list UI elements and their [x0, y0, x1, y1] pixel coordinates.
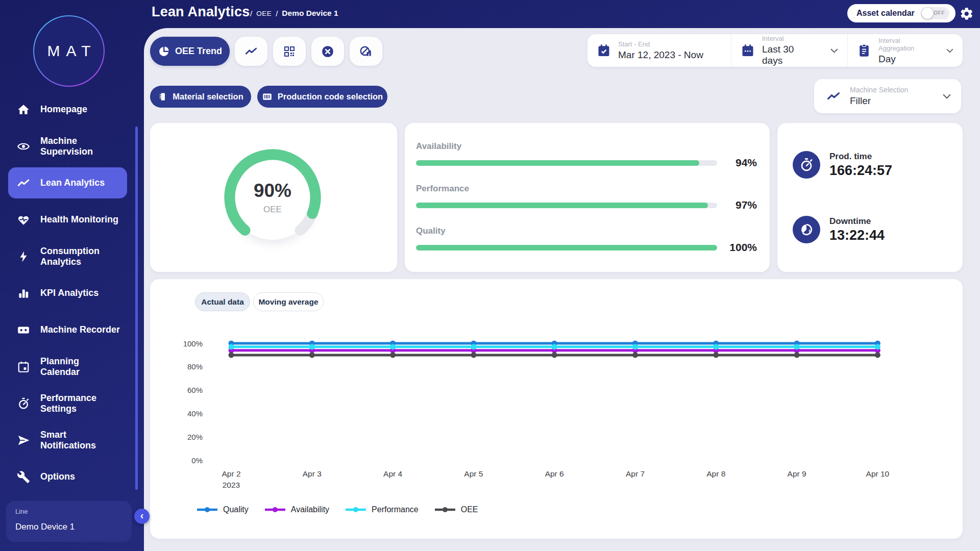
- apq-bars-card: Availability 94% Performance 97% Quality…: [405, 123, 770, 272]
- aggregation-dropdown[interactable]: Interval Aggregation Day: [847, 34, 963, 67]
- sidebar-item-homepage[interactable]: Homepage: [0, 91, 144, 128]
- start-end-value: Mar 12, 2023 - Now: [618, 49, 703, 61]
- paper-plane-icon: [17, 434, 30, 447]
- performance-percent: 97%: [724, 199, 757, 211]
- availability-bar-block: Availability 94%: [416, 141, 757, 169]
- breadcrumb-device[interactable]: Demo Device 1: [282, 9, 338, 18]
- pie-chart-icon: [158, 45, 170, 58]
- interval-value: Last 30 days: [762, 44, 816, 66]
- breadcrumb-separator: /: [250, 9, 252, 18]
- tab-trend-view[interactable]: [235, 37, 267, 66]
- tab-pareto-view[interactable]: [350, 37, 382, 66]
- legend-item-performance[interactable]: Performance: [345, 505, 419, 514]
- sidebar-item-kpi-analytics[interactable]: KPI Analytics: [0, 275, 144, 312]
- legend-item-oee[interactable]: OEE: [434, 505, 478, 514]
- sidebar-item-label: Planning Calendar: [40, 356, 132, 378]
- svg-text:Apr 6: Apr 6: [545, 469, 564, 478]
- date-filter-card: Start - End Mar 12, 2023 - Now Interval …: [587, 34, 963, 67]
- oee-gauge-label: OEE: [219, 205, 326, 215]
- asset-calendar-switch[interactable]: OFF: [921, 7, 949, 19]
- production-code-selection-label: Production code selection: [278, 92, 383, 102]
- svg-text:Apr 10: Apr 10: [866, 469, 890, 478]
- legend-label: OEE: [461, 505, 478, 514]
- svg-text:Apr 4: Apr 4: [383, 469, 402, 478]
- cassette-icon: [17, 323, 30, 337]
- tab-oee-trend[interactable]: OEE Trend: [150, 37, 230, 66]
- start-end-label: Start - End: [618, 40, 703, 48]
- performance-bar-block: Performance 97%: [416, 184, 757, 211]
- times-card: Prod. time 166:24:57 ! Downtime 13:22:44: [777, 123, 963, 272]
- svg-text:0%: 0%: [191, 456, 203, 465]
- production-code-selection-button[interactable]: Production code selection: [257, 86, 387, 108]
- calendar-dots-icon: [741, 43, 755, 58]
- line-label: Line: [15, 508, 122, 515]
- chevron-left-icon: ‹: [140, 510, 144, 521]
- sidebar-item-label: Machine Recorder: [40, 324, 132, 335]
- sidebar-scrollbar[interactable]: [135, 127, 138, 490]
- availability-label: Availability: [416, 141, 757, 152]
- svg-text:20%: 20%: [187, 433, 203, 441]
- tab-actual-data[interactable]: Actual data: [195, 292, 250, 311]
- sidebar-item-options[interactable]: Options: [0, 459, 144, 495]
- svg-text:100%: 100%: [183, 339, 203, 348]
- sidebar-item-performance-settings[interactable]: Performance Settings: [0, 385, 144, 422]
- quality-bar-fill: [416, 245, 717, 251]
- machine-selection-dropdown[interactable]: Machine Selection Filler: [814, 79, 961, 113]
- sidebar-item-machine-supervision[interactable]: Machine Supervision: [0, 128, 144, 165]
- sidebar-item-planning-calendar[interactable]: Planning Calendar: [0, 348, 144, 385]
- app-window: MAT Homepage Machine Supervision Lean An…: [0, 0, 980, 551]
- tab-losses-view[interactable]: [311, 37, 344, 66]
- tab-production-code-view[interactable]: [273, 37, 306, 66]
- legend-item-quality[interactable]: Quality: [196, 505, 249, 514]
- sidebar-item-label: Consumption Analytics: [40, 246, 132, 267]
- gear-icon[interactable]: [960, 7, 974, 21]
- sidebar-item-label: Machine Supervision: [40, 136, 132, 157]
- start-end-picker[interactable]: Start - End Mar 12, 2023 - Now: [587, 34, 731, 67]
- heart-pulse-icon: [17, 213, 30, 227]
- availability-percent: 94%: [724, 157, 757, 169]
- material-selection-label: Material selection: [173, 92, 243, 102]
- chevron-down-icon: [946, 48, 953, 53]
- performance-label: Performance: [416, 184, 757, 194]
- downtime-clock-icon: !: [793, 216, 820, 243]
- trend-line-icon: [826, 89, 841, 104]
- svg-text:!: !: [808, 229, 811, 235]
- chevron-down-icon: [943, 94, 951, 99]
- sidebar-item-consumption-analytics[interactable]: Consumption Analytics: [0, 238, 144, 275]
- calendar-icon: [17, 360, 30, 373]
- x-circle-icon: [321, 45, 334, 58]
- sidebar-collapse-button[interactable]: ‹: [134, 509, 150, 524]
- sidebar-item-smart-notifications[interactable]: Smart Notifications: [0, 422, 144, 459]
- legend-item-availability[interactable]: Availability: [264, 505, 329, 514]
- material-selection-button[interactable]: Material selection: [150, 86, 251, 108]
- eye-icon: [17, 140, 30, 153]
- asset-calendar-toggle-pill[interactable]: Asset calendar OFF: [847, 4, 955, 22]
- barcode-icon: [262, 91, 273, 102]
- bar-chart-icon: [17, 287, 30, 300]
- toggle-knob: [922, 8, 933, 19]
- trend-line-icon: [17, 177, 30, 190]
- sidebar-item-lean-analytics[interactable]: Lean Analytics: [8, 167, 127, 198]
- trend-line-chart[interactable]: 100%80%60%40%20%0%Apr 22023Apr 3Apr 4Apr…: [150, 317, 963, 532]
- downtime-row: ! Downtime 13:22:44: [793, 216, 885, 243]
- breadcrumb-separator: /: [276, 9, 278, 18]
- sidebar-item-machine-recorder[interactable]: Machine Recorder: [0, 312, 144, 348]
- breadcrumb-oee[interactable]: OEE: [256, 10, 272, 17]
- qr-code-icon: [283, 45, 296, 58]
- quality-label: Quality: [416, 226, 757, 236]
- clipboard-icon: [857, 43, 871, 58]
- quality-percent: 100%: [724, 241, 757, 254]
- stopwatch-icon: [17, 397, 30, 410]
- svg-text:Apr 8: Apr 8: [706, 469, 725, 478]
- prod-time-label: Prod. time: [829, 152, 892, 162]
- asset-calendar-label: Asset calendar: [856, 9, 915, 18]
- sidebar-item-health-monitoring[interactable]: Health Monitoring: [0, 202, 144, 238]
- interval-label: Interval: [762, 35, 816, 42]
- svg-text:60%: 60%: [187, 386, 203, 394]
- svg-text:Apr 3: Apr 3: [303, 469, 322, 478]
- tab-moving-average[interactable]: Moving average: [253, 292, 324, 311]
- device-name: Demo Device 1: [15, 522, 122, 532]
- brand-logo: MAT: [33, 15, 105, 87]
- interval-dropdown[interactable]: Interval Last 30 days: [731, 34, 847, 67]
- downtime-label: Downtime: [829, 216, 885, 227]
